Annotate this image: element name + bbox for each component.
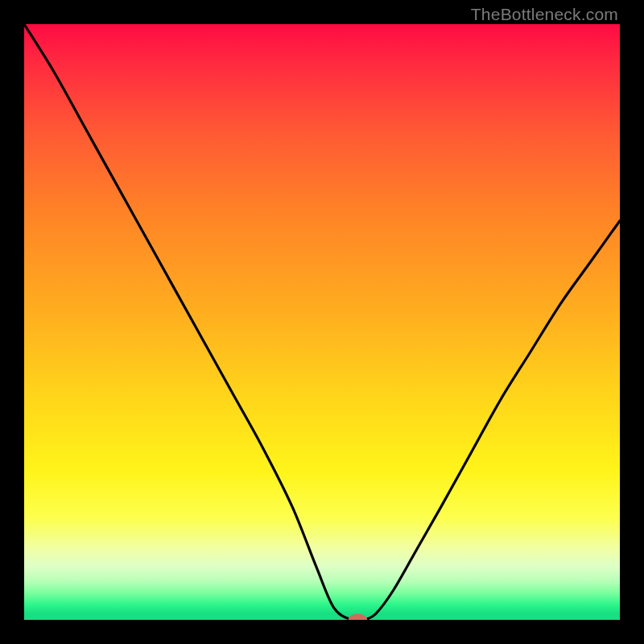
site-credit: TheBottleneck.com	[471, 5, 618, 24]
bottleneck-curve	[24, 24, 620, 620]
optimum-marker	[349, 614, 368, 620]
curve-overlay	[24, 24, 620, 620]
chart-frame: TheBottleneck.com	[0, 0, 644, 644]
